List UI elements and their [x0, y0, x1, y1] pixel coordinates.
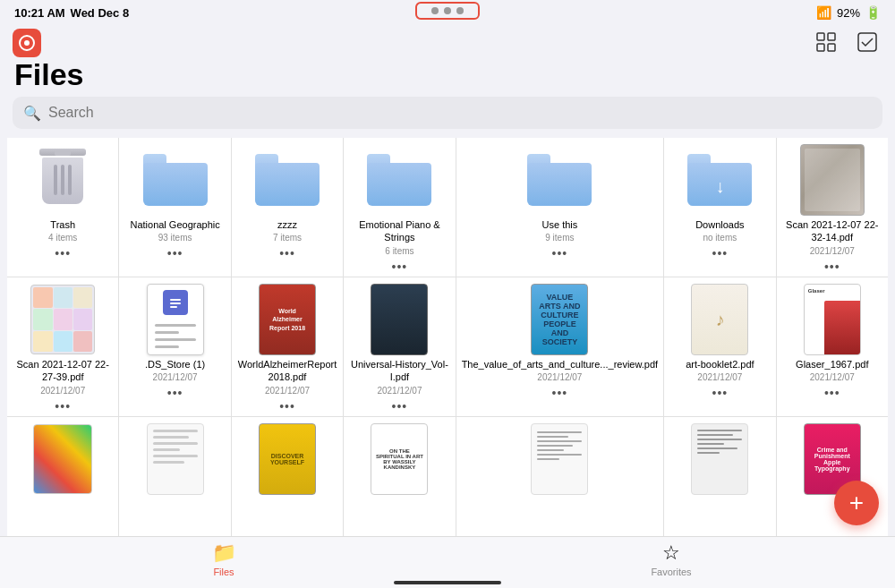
- trash-line-3: [68, 165, 72, 195]
- item-name-national-geographic: National Geographic: [130, 218, 219, 231]
- download-arrow-icon: ↓: [715, 176, 724, 197]
- item-sub-national-geographic: 93 items: [158, 233, 192, 243]
- svg-rect-7: [170, 299, 181, 301]
- item-more-ds-store[interactable]: •••: [167, 386, 183, 400]
- grid-view-button[interactable]: [813, 29, 840, 60]
- item-sub-art-booklet: 2021/12/07: [697, 372, 742, 382]
- tab-favorites[interactable]: ☆ Favorites: [448, 541, 895, 577]
- tab-files[interactable]: 📁 Files: [0, 541, 448, 577]
- file-item-ds-store[interactable]: .DS_Store (1) 2021/12/07 •••: [119, 277, 230, 416]
- trash-handle: [55, 150, 71, 156]
- item-name-downloads: Downloads: [695, 218, 744, 231]
- folder-visual-emotional-piano: [367, 154, 431, 206]
- item-more-scan2[interactable]: •••: [55, 399, 71, 413]
- item-more-trash[interactable]: •••: [55, 246, 71, 260]
- scan2-thumbnail: [30, 285, 95, 354]
- item-name-trash: Trash: [50, 218, 75, 231]
- item-more-glaser[interactable]: •••: [824, 386, 840, 400]
- trash-visual: [38, 150, 88, 209]
- dot-1: [431, 7, 439, 14]
- svg-rect-2: [817, 33, 824, 40]
- item-sub-use-this: 9 items: [545, 233, 574, 243]
- file-item-row3-1[interactable]: [7, 417, 118, 536]
- item-more-world-alzheimer[interactable]: •••: [279, 399, 295, 413]
- folder-item-trash[interactable]: Trash 4 items •••: [7, 138, 118, 277]
- glaser-thumbnail: Glaser: [804, 284, 861, 355]
- row3-3-thumbnail: DISCOVER YOURSELF: [259, 423, 316, 495]
- folder-item-use-this[interactable]: Use this 9 items •••: [456, 138, 664, 277]
- file-item-world-alzheimer[interactable]: World Alzheimer Report 2018 WorldAlzheim…: [232, 277, 343, 416]
- grid-view-icon: [816, 32, 836, 52]
- folder-body-piano: [367, 163, 431, 206]
- battery-icon: 🔋: [865, 5, 881, 20]
- doc-line-2: [155, 331, 180, 334]
- file-item-scan1[interactable]: Scan 2021-12-07 22-32-14.pdf 2021/12/07 …: [777, 138, 888, 277]
- file-item-value-arts[interactable]: VALUE ARTS AND CULTURE PEOPLE AND SOCIET…: [456, 277, 664, 416]
- file-item-row3-4[interactable]: ON THE SPIRITUAL IN ART BY WASSILY KANDI…: [344, 417, 455, 536]
- item-sub-glaser: 2021/12/07: [810, 372, 855, 382]
- folder-item-zzzz[interactable]: zzzz 7 items •••: [232, 138, 343, 277]
- status-indicators: 📶 92% 🔋: [816, 5, 881, 20]
- item-name-use-this: Use this: [542, 218, 578, 231]
- file-icon-glaser: Glaser: [797, 288, 868, 351]
- svg-rect-6: [858, 33, 876, 51]
- folder-body-downloads: ↓: [687, 163, 752, 206]
- doc-line-4: [155, 345, 180, 348]
- universal-history-thumbnail: [371, 284, 428, 355]
- file-item-row3-2[interactable]: [119, 417, 230, 536]
- item-name-world-alzheimer: WorldAlzheimerReport 2018.pdf: [237, 358, 337, 384]
- search-icon: 🔍: [23, 105, 41, 122]
- status-date: Wed Dec 8: [71, 6, 130, 20]
- folder-item-national-geographic[interactable]: National Geographic 93 items •••: [119, 138, 230, 277]
- file-item-glaser[interactable]: Glaser Glaser_1967.pdf 2021/12/07 •••: [777, 277, 888, 416]
- folder-item-downloads[interactable]: ↓ Downloads no items •••: [664, 138, 775, 277]
- folder-body-zzzz: [255, 163, 320, 206]
- file-icon-universal-history: [363, 288, 435, 351]
- item-sub-ds-store: 2021/12/07: [153, 372, 198, 382]
- ds-store-thumbnail: [147, 284, 204, 355]
- value-arts-thumbnail: VALUE ARTS AND CULTURE PEOPLE AND SOCIET…: [531, 284, 588, 355]
- folder-visual-national-geographic: [143, 154, 208, 206]
- home-indicator: [394, 581, 501, 584]
- file-icon-row3-5: [524, 428, 595, 490]
- item-name-emotional-piano: Emotional Piano & Strings: [349, 218, 449, 244]
- item-more-art-booklet[interactable]: •••: [712, 386, 729, 400]
- item-more-downloads[interactable]: •••: [712, 246, 729, 260]
- search-bar[interactable]: 🔍: [13, 97, 882, 129]
- item-more-universal-history[interactable]: •••: [392, 399, 408, 413]
- file-icon-row3-4: ON THE SPIRITUAL IN ART BY WASSILY KANDI…: [363, 428, 435, 490]
- item-name-glaser: Glaser_1967.pdf: [796, 358, 868, 371]
- top-bar-menu[interactable]: [415, 2, 480, 20]
- item-more-scan1[interactable]: •••: [824, 260, 840, 274]
- item-sub-scan2: 2021/12/07: [40, 386, 85, 396]
- file-item-row3-6[interactable]: [664, 417, 775, 536]
- search-input[interactable]: [48, 105, 872, 121]
- svg-point-1: [24, 40, 30, 46]
- item-more-use-this[interactable]: •••: [552, 246, 568, 260]
- file-icon-row3-2: [140, 428, 211, 490]
- file-icon-ds-store: [140, 288, 211, 351]
- file-icon-scan1: [797, 149, 868, 211]
- status-time-date: 10:21 AM Wed Dec 8: [14, 6, 129, 20]
- select-button[interactable]: [854, 29, 881, 60]
- file-item-universal-history[interactable]: Universal-History_Vol-I.pdf 2021/12/07 •…: [344, 277, 455, 416]
- doc-lines: [148, 317, 203, 355]
- file-item-art-booklet[interactable]: ♪ art-booklet2.pdf 2021/12/07 •••: [664, 277, 775, 416]
- wifi-icon: 📶: [816, 5, 831, 20]
- folder-item-emotional-piano[interactable]: Emotional Piano & Strings 6 items •••: [344, 138, 455, 277]
- doc-line-1: [155, 324, 196, 327]
- item-more-zzzz[interactable]: •••: [279, 246, 295, 260]
- file-icon-world-alzheimer: World Alzheimer Report 2018: [251, 288, 323, 351]
- add-fab-button[interactable]: +: [834, 481, 879, 525]
- file-item-scan2[interactable]: Scan 2021-12-07 22-27-39.pdf 2021/12/07 …: [7, 277, 118, 416]
- row3-2-thumbnail: [147, 423, 204, 495]
- svg-rect-8: [170, 303, 181, 304]
- file-item-row3-5[interactable]: [456, 417, 664, 536]
- item-more-national-geographic[interactable]: •••: [167, 246, 183, 260]
- select-icon: [857, 32, 877, 52]
- file-item-row3-3[interactable]: DISCOVER YOURSELF: [232, 417, 343, 536]
- folder-visual-zzzz: [255, 154, 320, 206]
- item-more-value-arts[interactable]: •••: [552, 386, 568, 400]
- item-more-emotional-piano[interactable]: •••: [392, 260, 408, 274]
- folder-body: [143, 163, 208, 206]
